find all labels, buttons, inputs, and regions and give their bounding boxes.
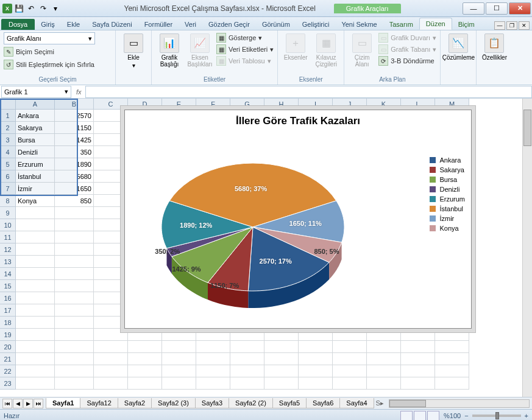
cell[interactable]	[128, 365, 162, 377]
fx-icon[interactable]: fx	[76, 88, 82, 96]
formula-input[interactable]	[85, 86, 532, 98]
horizontal-scrollbar[interactable]	[389, 399, 530, 408]
row-header[interactable]: 14	[0, 268, 16, 280]
cell[interactable]	[435, 377, 469, 390]
cell[interactable]	[367, 365, 401, 377]
row-header[interactable]: 23	[0, 377, 16, 390]
cell[interactable]	[333, 377, 367, 390]
tab-chart-design[interactable]: Tasarım	[383, 19, 419, 30]
cell[interactable]	[401, 377, 435, 390]
tab-view[interactable]: Görünüm	[256, 19, 296, 30]
cell[interactable]	[401, 365, 435, 377]
cell[interactable]	[299, 353, 333, 365]
row-header[interactable]: 12	[0, 243, 16, 256]
tab-developer[interactable]: Geliştirici	[296, 19, 336, 30]
rotate-3d-button[interactable]: ⟳3-B Döndürme	[378, 55, 436, 66]
cell[interactable]	[94, 353, 128, 365]
name-box[interactable]: Grafik 1▾	[1, 86, 71, 98]
row-header[interactable]: 11	[0, 231, 16, 243]
cell[interactable]: Konya	[16, 195, 55, 207]
cell[interactable]	[94, 231, 128, 243]
zoom-in-button[interactable]: +	[525, 412, 528, 419]
sheet-tab[interactable]: Sayfa4	[339, 398, 374, 408]
cell[interactable]	[16, 219, 55, 231]
qat-dropdown-icon[interactable]: ▾	[50, 3, 61, 14]
cell[interactable]	[94, 110, 128, 122]
sheet-tab[interactable]: Sayfa6	[306, 398, 340, 408]
cell[interactable]	[55, 292, 94, 304]
view-normal-button[interactable]	[400, 411, 413, 421]
row-header[interactable]: 6	[0, 170, 16, 183]
cell[interactable]	[299, 377, 333, 390]
worksheet-grid[interactable]: ABCDEFGHIJKLM 12345678910111213141516171…	[0, 99, 532, 397]
row-header[interactable]: 17	[0, 304, 16, 317]
cell[interactable]	[55, 353, 94, 365]
cell[interactable]	[435, 341, 469, 353]
cell[interactable]	[94, 341, 128, 353]
cell[interactable]	[162, 353, 196, 365]
redo-icon[interactable]: ↷	[38, 3, 49, 14]
cell[interactable]	[196, 365, 230, 377]
tab-data[interactable]: Veri	[179, 19, 202, 30]
cell[interactable]	[94, 122, 128, 134]
cell[interactable]	[94, 377, 128, 390]
row-header[interactable]: 8	[0, 195, 16, 207]
cell[interactable]	[55, 317, 94, 329]
cell[interactable]	[94, 292, 128, 304]
cell[interactable]	[55, 365, 94, 377]
cell[interactable]	[162, 365, 196, 377]
legend-item[interactable]: Denizli	[430, 186, 465, 193]
cell[interactable]	[94, 195, 128, 207]
cell[interactable]	[333, 353, 367, 365]
column-header[interactable]: B	[55, 99, 94, 110]
cell[interactable]	[16, 377, 55, 390]
maximize-button[interactable]: ☐	[486, 2, 508, 15]
sheet-tab[interactable]: Sayfa3	[195, 398, 229, 408]
cell[interactable]	[94, 146, 128, 158]
cell[interactable]	[16, 231, 55, 243]
cell[interactable]	[367, 353, 401, 365]
cell[interactable]	[128, 353, 162, 365]
cell[interactable]	[94, 268, 128, 280]
cell[interactable]	[94, 219, 128, 231]
cell[interactable]: 850	[55, 195, 94, 207]
chart-element-selector[interactable]: Grafik Alanı▾	[4, 32, 95, 44]
cell[interactable]	[435, 365, 469, 377]
chart-title[interactable]: İllere Göre Trafik Kazaları	[125, 110, 471, 130]
cell[interactable]	[16, 341, 55, 353]
analysis-button[interactable]: 📉Çözümleme	[444, 32, 472, 61]
inner-close-button[interactable]: ✕	[519, 21, 530, 30]
cell[interactable]	[55, 231, 94, 243]
tab-formulas[interactable]: Formüller	[138, 19, 179, 30]
cell[interactable]	[299, 329, 333, 341]
column-header[interactable]: G	[230, 99, 264, 110]
cell[interactable]	[264, 353, 299, 365]
cell[interactable]: 1650	[55, 183, 94, 195]
row-header[interactable]: 4	[0, 146, 16, 158]
vertical-scrollbar[interactable]	[522, 99, 532, 397]
view-page-layout-button[interactable]	[414, 411, 426, 421]
cell[interactable]	[55, 268, 94, 280]
cell[interactable]	[230, 365, 264, 377]
cell[interactable]	[230, 329, 264, 341]
cell[interactable]	[16, 207, 55, 219]
cell[interactable]	[401, 329, 435, 341]
cell[interactable]	[16, 243, 55, 256]
save-icon[interactable]: 💾	[13, 3, 24, 14]
cell[interactable]: İstanbul	[16, 170, 55, 183]
cell[interactable]: Denizli	[16, 146, 55, 158]
cell[interactable]	[55, 377, 94, 390]
cell[interactable]	[333, 329, 367, 341]
cell[interactable]	[162, 341, 196, 353]
cell[interactable]	[196, 341, 230, 353]
reset-style-button[interactable]: ↺Stili Eşleştirmek için Sıfırla	[4, 59, 112, 70]
row-header[interactable]: 22	[0, 365, 16, 377]
cell[interactable]	[162, 377, 196, 390]
row-header[interactable]: 13	[0, 256, 16, 268]
cell[interactable]: Erzurum	[16, 158, 55, 170]
sheet-nav-next[interactable]: ▶	[23, 399, 33, 408]
sheet-nav-first[interactable]: ⏮	[2, 399, 12, 408]
row-header[interactable]: 1	[0, 110, 16, 122]
cell[interactable]	[333, 341, 367, 353]
zoom-out-button[interactable]: −	[464, 412, 468, 419]
